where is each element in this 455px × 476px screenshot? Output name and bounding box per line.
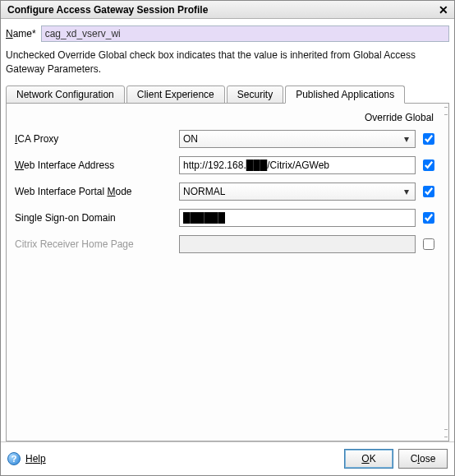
dialog-title: Configure Access Gateway Session Profile xyxy=(7,4,436,16)
field-label: Web Interface Portal Mode xyxy=(15,186,179,197)
field-label: ICA Proxy xyxy=(15,133,179,145)
info-text: Unchecked Override Global check box indi… xyxy=(1,45,454,85)
field-control: ▾ xyxy=(179,130,416,148)
dialog-window: Configure Access Gateway Session Profile… xyxy=(0,0,455,476)
titlebar: Configure Access Gateway Session Profile… xyxy=(1,1,454,19)
input-citrix-receiver-home-page xyxy=(179,235,416,253)
select-web-interface-portal-mode[interactable] xyxy=(179,183,416,201)
tab-network-configuration[interactable]: Network Configuration xyxy=(6,85,125,104)
help-icon: ? xyxy=(7,452,21,465)
input-single-sign-on-domain[interactable] xyxy=(179,209,416,227)
close-icon[interactable]: ✕ xyxy=(436,3,451,16)
tab-client-experience[interactable]: Client Experience xyxy=(126,85,225,104)
name-input[interactable] xyxy=(41,25,449,42)
ok-button[interactable]: OK xyxy=(344,449,393,469)
close-button[interactable]: Close xyxy=(398,449,448,469)
help-link[interactable]: Help xyxy=(25,453,46,464)
tab-security[interactable]: Security xyxy=(227,85,283,104)
override-global-cell xyxy=(416,157,440,173)
footer: ? Help OK Close xyxy=(1,441,454,475)
override-global-checkbox[interactable] xyxy=(423,133,434,145)
override-global-checkbox[interactable] xyxy=(423,159,434,171)
name-row: Name* xyxy=(1,19,454,45)
field-label: Citrix Receiver Home Page xyxy=(15,238,179,250)
select-ica-proxy[interactable] xyxy=(179,130,416,148)
override-global-cell xyxy=(416,183,440,200)
field-control: ▾ xyxy=(179,183,416,201)
field-label: Web Interface Address xyxy=(15,159,179,171)
field-control xyxy=(179,209,416,227)
field-label: Single Sign-on Domain xyxy=(15,212,179,224)
tabstrip: Network ConfigurationClient ExperienceSe… xyxy=(1,85,454,103)
override-global-checkbox[interactable] xyxy=(423,186,434,197)
override-global-cell xyxy=(416,210,440,226)
tab-panel-published-applications: Override Global ICA Proxy▾Web Interface … xyxy=(6,103,449,441)
input-web-interface-address[interactable] xyxy=(179,156,416,174)
override-global-checkbox[interactable] xyxy=(423,238,434,250)
help-area[interactable]: ? Help xyxy=(7,452,339,465)
override-global-cell xyxy=(416,131,440,147)
override-global-header: Override Global xyxy=(15,112,440,130)
scrollbar[interactable] xyxy=(444,104,448,441)
tab-published-applications[interactable]: Published Applications xyxy=(285,85,405,104)
field-control xyxy=(179,235,416,253)
override-global-cell xyxy=(416,236,440,252)
name-label: Name* xyxy=(6,28,36,39)
override-global-checkbox[interactable] xyxy=(423,212,434,224)
field-control xyxy=(179,156,416,174)
